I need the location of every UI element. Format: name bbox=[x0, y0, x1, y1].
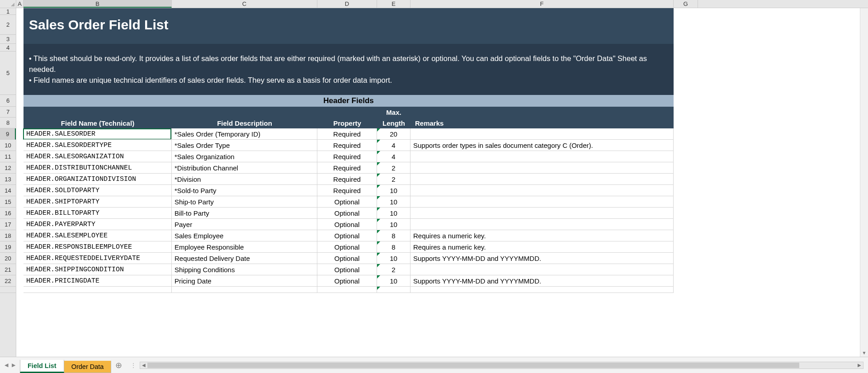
cell-max-length[interactable]: 2 bbox=[377, 264, 410, 275]
cell-description[interactable]: *Division bbox=[172, 174, 317, 185]
row-header-9[interactable]: 9 bbox=[0, 128, 16, 140]
cell-property[interactable]: Optional bbox=[317, 196, 377, 208]
add-sheet-button[interactable]: ⊕ bbox=[111, 357, 126, 373]
grid-body[interactable]: Sales Order Field List • This sheet shou… bbox=[16, 8, 868, 357]
cell-description[interactable]: *Sold-to Party bbox=[172, 185, 317, 196]
cell-field-name[interactable]: HEADER.SALESORGANIZATION bbox=[24, 151, 172, 162]
cell-property[interactable]: Optional bbox=[317, 241, 377, 253]
row-header-1[interactable]: 1 bbox=[0, 8, 16, 15]
cell-remarks[interactable] bbox=[410, 219, 674, 230]
row-header-6[interactable]: 6 bbox=[0, 95, 16, 107]
cell-remarks[interactable]: Requires a numeric key. bbox=[410, 241, 674, 253]
cell-property[interactable]: Required bbox=[317, 185, 377, 196]
row-header-8[interactable]: 8 bbox=[0, 118, 16, 128]
cell-property[interactable]: Required bbox=[317, 140, 377, 151]
vertical-scrollbar[interactable]: ▼ bbox=[860, 8, 868, 357]
cell-description[interactable]: Payer bbox=[172, 219, 317, 230]
cell-field-name[interactable]: HEADER.ORGANIZATIONDIVISION bbox=[24, 174, 172, 185]
scroll-right-icon[interactable]: ▶ bbox=[856, 363, 863, 368]
tab-nav[interactable]: ◀ ▶ bbox=[0, 357, 20, 373]
row-header-22[interactable]: 22 bbox=[0, 275, 16, 287]
row-header-21[interactable]: 21 bbox=[0, 264, 16, 275]
tab-nav-prev-icon[interactable]: ◀ bbox=[5, 362, 8, 368]
cell-field-name[interactable]: HEADER.SOLDTOPARTY bbox=[24, 185, 172, 196]
scroll-left-icon[interactable]: ◀ bbox=[140, 363, 147, 368]
cell-field-name[interactable]: HEADER.PRICINGDATE bbox=[24, 275, 172, 287]
cell-remarks[interactable] bbox=[410, 128, 674, 140]
row-header-20[interactable]: 20 bbox=[0, 253, 16, 264]
row-header-3[interactable]: 3 bbox=[0, 35, 16, 44]
col-header-rest[interactable]: ▲ bbox=[698, 0, 868, 8]
row-header-15[interactable]: 15 bbox=[0, 196, 16, 208]
cell-description[interactable]: *Distribution Channel bbox=[172, 162, 317, 174]
cell-remarks[interactable]: Supports YYYY-MM-DD and YYYYMMDD. bbox=[410, 253, 674, 264]
cell-description[interactable]: *Sales Order (Temporary ID) bbox=[172, 128, 317, 140]
cell-remarks[interactable] bbox=[410, 196, 674, 208]
col-header-B[interactable]: B bbox=[24, 0, 172, 8]
row-header-14[interactable]: 14 bbox=[0, 185, 16, 196]
row-header-12[interactable]: 12 bbox=[0, 162, 16, 174]
col-header-F[interactable]: F bbox=[410, 0, 674, 8]
cell-field-name[interactable]: HEADER.SHIPTOPARTY bbox=[24, 196, 172, 208]
cell-description[interactable]: Ship-to Party bbox=[172, 196, 317, 208]
col-header-D[interactable]: D bbox=[317, 0, 377, 8]
cell-field-name[interactable]: HEADER.SALESORDERTYPE bbox=[24, 140, 172, 151]
cell-max-length[interactable]: 8 bbox=[377, 241, 410, 253]
cell-max-length[interactable]: 4 bbox=[377, 151, 410, 162]
cell-field-name[interactable]: HEADER.REQUESTEDDELIVERYDATE bbox=[24, 253, 172, 264]
cell-field-name[interactable]: HEADER.PAYERPARTY bbox=[24, 219, 172, 230]
row-header-19[interactable]: 19 bbox=[0, 241, 16, 253]
split-handle-icon[interactable]: ⋮ bbox=[131, 362, 136, 368]
scroll-up-icon[interactable] bbox=[860, 8, 868, 15]
cell-max-length[interactable]: 8 bbox=[377, 230, 410, 241]
cell-remarks[interactable]: Supports order types in sales document c… bbox=[410, 140, 674, 151]
cell-remarks[interactable]: Requires a numeric key. bbox=[410, 230, 674, 241]
row-header-2[interactable]: 2 bbox=[0, 15, 16, 35]
cell-description[interactable]: Employee Responsible bbox=[172, 241, 317, 253]
cell-remarks[interactable] bbox=[410, 185, 674, 196]
cell-remarks[interactable] bbox=[410, 264, 674, 275]
cell-max-length[interactable]: 20 bbox=[377, 128, 410, 140]
row-header-5[interactable]: 5 bbox=[0, 52, 16, 95]
horizontal-scrollbar[interactable]: ◀ ▶ bbox=[140, 362, 863, 369]
cell-property[interactable]: Required bbox=[317, 151, 377, 162]
cell-description[interactable]: Bill-to Party bbox=[172, 208, 317, 219]
cell-remarks[interactable] bbox=[410, 162, 674, 174]
col-header-E[interactable]: E bbox=[377, 0, 410, 8]
cell-remarks[interactable] bbox=[410, 151, 674, 162]
cell-remarks[interactable]: Supports YYYY-MM-DD and YYYYMMDD. bbox=[410, 275, 674, 287]
cell-description[interactable]: *Sales Order Type bbox=[172, 140, 317, 151]
cell-max-length[interactable]: 10 bbox=[377, 185, 410, 196]
cell-description[interactable]: Shipping Conditions bbox=[172, 264, 317, 275]
cell-field-name[interactable]: HEADER.BILLTOPARTY bbox=[24, 208, 172, 219]
cell-description[interactable]: Requested Delivery Date bbox=[172, 253, 317, 264]
cell-field-name[interactable]: HEADER.SHIPPINGCONDITION bbox=[24, 264, 172, 275]
row-header-11[interactable]: 11 bbox=[0, 151, 16, 162]
tab-field-list[interactable]: Field List bbox=[20, 360, 64, 373]
cell-max-length[interactable]: 10 bbox=[377, 275, 410, 287]
col-header-C[interactable]: C bbox=[172, 0, 317, 8]
cell-description[interactable]: *Sales Organization bbox=[172, 151, 317, 162]
cell-max-length[interactable]: 10 bbox=[377, 219, 410, 230]
tab-nav-next-icon[interactable]: ▶ bbox=[12, 362, 15, 368]
row-header-4[interactable]: 4 bbox=[0, 44, 16, 52]
cell-property[interactable]: Optional bbox=[317, 219, 377, 230]
cell-description[interactable]: Sales Employee bbox=[172, 230, 317, 241]
cell-property[interactable]: Optional bbox=[317, 264, 377, 275]
cell-max-length[interactable]: 10 bbox=[377, 253, 410, 264]
cell-property[interactable]: Required bbox=[317, 128, 377, 140]
cell-property[interactable]: Optional bbox=[317, 230, 377, 241]
cell-max-length[interactable]: 10 bbox=[377, 208, 410, 219]
cell-field-name[interactable]: HEADER.SALESEMPLOYEE bbox=[24, 230, 172, 241]
cell-max-length[interactable]: 2 bbox=[377, 174, 410, 185]
col-header-A[interactable]: A bbox=[16, 0, 24, 8]
row-header-18[interactable]: 18 bbox=[0, 230, 16, 241]
cell-field-name[interactable]: HEADER.SALESORDER bbox=[24, 128, 172, 140]
cell-field-name[interactable]: HEADER.RESPONSIBLEEMPLOYEE bbox=[24, 241, 172, 253]
tab-order-data[interactable]: Order Data bbox=[64, 361, 112, 373]
cell-property[interactable]: Required bbox=[317, 162, 377, 174]
select-all-corner[interactable] bbox=[0, 0, 16, 8]
row-header-17[interactable]: 17 bbox=[0, 219, 16, 230]
cell-max-length[interactable]: 4 bbox=[377, 140, 410, 151]
cell-remarks[interactable] bbox=[410, 174, 674, 185]
